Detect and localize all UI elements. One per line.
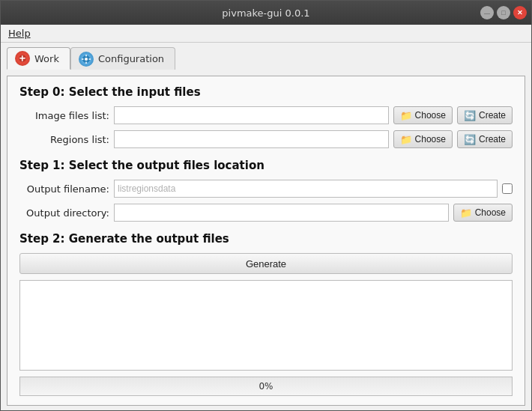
generate-button[interactable]: Generate bbox=[19, 253, 513, 274]
image-files-input[interactable] bbox=[114, 106, 389, 124]
help-menu[interactable]: Help bbox=[4, 26, 35, 40]
regions-list-row: Regions list: 📁 Choose 🔄 Create bbox=[19, 130, 513, 148]
output-directory-choose-button[interactable]: 📁 Choose bbox=[453, 204, 513, 222]
svg-rect-2 bbox=[22, 55, 23, 61]
create-icon-1: 🔄 bbox=[464, 110, 476, 121]
menu-bar: Help bbox=[1, 25, 531, 43]
folder-icon-3: 📁 bbox=[460, 207, 472, 219]
output-filename-row: Output filename: bbox=[19, 180, 513, 198]
regions-choose-button[interactable]: 📁 Choose bbox=[393, 130, 453, 148]
regions-list-input[interactable] bbox=[114, 130, 389, 148]
regions-create-button[interactable]: 🔄 Create bbox=[457, 130, 513, 148]
step2-title: Step 2: Generate the output files bbox=[19, 232, 513, 246]
config-tab-icon bbox=[79, 52, 94, 67]
tab-bar: Work Configuration bbox=[7, 47, 525, 70]
image-files-choose-button[interactable]: 📁 Choose bbox=[393, 106, 453, 124]
main-window: pivmake-gui 0.0.1 Help Work bbox=[0, 0, 532, 411]
minimize-button[interactable] bbox=[480, 6, 494, 19]
output-directory-label: Output directory: bbox=[19, 207, 109, 219]
progress-bar: 0% bbox=[19, 377, 513, 396]
maximize-button[interactable] bbox=[497, 6, 510, 19]
regions-label: Regions list: bbox=[19, 134, 109, 145]
output-filename-checkbox-wrapper bbox=[502, 183, 513, 194]
output-filename-input[interactable] bbox=[114, 180, 498, 198]
output-text-area bbox=[19, 280, 513, 371]
folder-icon-1: 📁 bbox=[400, 110, 412, 121]
work-panel: Step 0: Select the input files Image fil… bbox=[7, 76, 525, 406]
title-bar: pivmake-gui 0.0.1 bbox=[1, 1, 531, 25]
svg-point-4 bbox=[85, 58, 88, 61]
close-button[interactable] bbox=[513, 6, 527, 19]
image-files-label: Image files list: bbox=[19, 110, 109, 121]
output-filename-checkbox[interactable] bbox=[502, 183, 513, 194]
image-files-create-button[interactable]: 🔄 Create bbox=[457, 106, 513, 124]
tab-work[interactable]: Work bbox=[7, 47, 70, 70]
window-controls bbox=[480, 6, 527, 19]
tab-configuration[interactable]: Configuration bbox=[70, 47, 175, 70]
folder-icon-2: 📁 bbox=[400, 134, 412, 145]
work-tab-label: Work bbox=[34, 53, 59, 64]
image-files-row: Image files list: 📁 Choose 🔄 Create bbox=[19, 106, 513, 124]
output-directory-input[interactable] bbox=[114, 204, 449, 222]
step2-section: Step 2: Generate the output files Genera… bbox=[19, 228, 513, 396]
output-directory-row: Output directory: 📁 Choose bbox=[19, 204, 513, 222]
progress-bar-text: 0% bbox=[259, 381, 273, 392]
step0-title: Step 0: Select the input files bbox=[19, 85, 513, 99]
step1-title: Step 1: Select the output files location bbox=[19, 159, 513, 172]
output-filename-label: Output filename: bbox=[19, 183, 109, 195]
configuration-tab-label: Configuration bbox=[98, 53, 164, 64]
work-tab-icon bbox=[15, 51, 30, 66]
window-title: pivmake-gui 0.0.1 bbox=[222, 7, 309, 19]
create-icon-2: 🔄 bbox=[464, 134, 476, 145]
content-area: Work Configuration Step bbox=[1, 43, 531, 410]
